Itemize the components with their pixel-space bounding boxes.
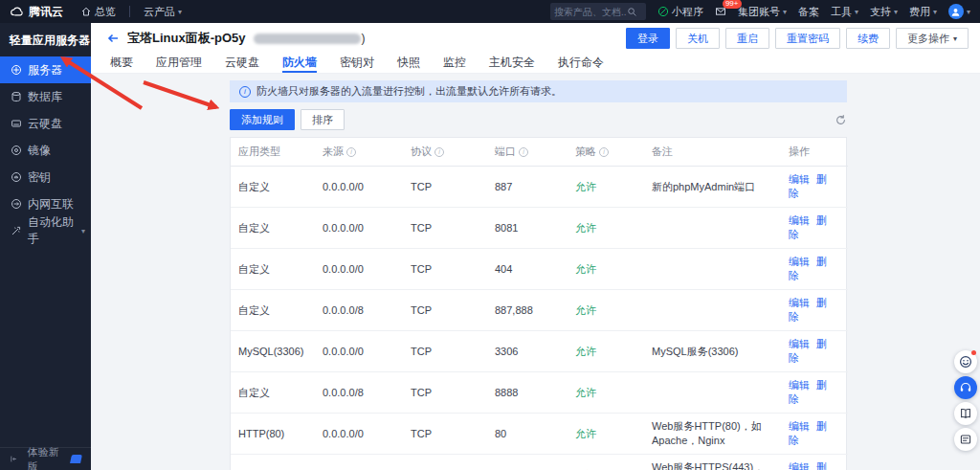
search-input[interactable]: [554, 7, 627, 17]
edit-link[interactable]: 编辑: [789, 214, 810, 226]
cell-protocol: TCP: [403, 455, 487, 470]
cell-policy: 允许: [568, 331, 644, 372]
headset-icon: [959, 381, 972, 394]
action-button-2[interactable]: 重启: [725, 28, 769, 49]
edit-link[interactable]: 编辑: [789, 461, 810, 470]
title-suffix: ): [362, 32, 366, 45]
sidebar-item-vpc-peering[interactable]: 内网互联: [0, 190, 91, 217]
survey-button[interactable]: [954, 428, 977, 451]
documentation-button[interactable]: [954, 402, 977, 425]
action-button-4[interactable]: 续费: [846, 28, 890, 49]
account-avatar[interactable]: ▾: [948, 4, 970, 19]
tencent-cloud-logo[interactable]: 腾讯云: [10, 4, 63, 20]
edit-link[interactable]: 编辑: [789, 256, 810, 267]
sidebar-item-cloud-disk[interactable]: 云硬盘: [0, 110, 91, 137]
chevron-down-icon: ▾: [933, 8, 937, 16]
cell-app-type: HTTPS(443): [231, 455, 315, 470]
tab-5[interactable]: 快照: [397, 54, 420, 73]
cell-policy: 允许: [568, 290, 644, 331]
cell-source: 0.0.0.0/0: [315, 208, 403, 249]
add-rule-button[interactable]: 添加规则: [230, 109, 295, 130]
collapse-icon[interactable]: [10, 454, 18, 464]
nav-cloud-products[interactable]: 云产品 ▾: [144, 5, 182, 19]
sidebar-item-automation-assistant[interactable]: 自动化助手▾: [0, 217, 91, 244]
billing-menu[interactable]: 费用▾: [909, 5, 937, 19]
cell-app-type: 自定义: [231, 290, 315, 331]
search-box[interactable]: [550, 3, 646, 20]
table-row: 自定义0.0.0.0/0TCP404允许编辑删除: [231, 249, 848, 290]
column-header-6: 操作: [781, 138, 848, 167]
cell-actions: 编辑删除: [781, 167, 848, 208]
sidebar-item-image[interactable]: 镜像: [0, 137, 91, 164]
page-title: 宝塔Linux面板-pO5y: [127, 30, 246, 47]
mini-program[interactable]: 小程序: [657, 5, 703, 19]
new-version-badge-icon: [70, 455, 82, 463]
chevron-down-icon: ▾: [783, 8, 787, 16]
beian-link[interactable]: 备案: [798, 5, 819, 19]
action-button-5[interactable]: 更多操作▾: [896, 28, 969, 49]
edit-link[interactable]: 编辑: [789, 379, 810, 391]
info-icon[interactable]: i: [519, 147, 528, 157]
sidebar-footer-label[interactable]: 体验新版: [28, 445, 61, 470]
table-header-row: 应用类型来源i协议i端口i策略i备注操作: [231, 138, 848, 167]
redacted-instance-id: [254, 34, 361, 44]
cell-actions: 编辑删除: [781, 208, 848, 249]
sidebar-item-server[interactable]: 服务器: [0, 56, 91, 83]
cell-app-type: 自定义: [231, 208, 315, 249]
smiley-icon: [959, 355, 972, 369]
sidebar-title: 轻量应用服务器: [0, 23, 91, 56]
customer-service-button[interactable]: [954, 376, 977, 399]
sidebar-item-ssh-key[interactable]: 密钥: [0, 164, 91, 190]
info-icon[interactable]: i: [599, 147, 609, 157]
action-button-3[interactable]: 重置密码: [775, 28, 840, 49]
group-account-menu[interactable]: 集团账号▾: [738, 5, 787, 19]
survey-icon: [959, 433, 972, 446]
tools-menu[interactable]: 工具▾: [831, 5, 858, 19]
home-icon: [80, 6, 92, 17]
support-menu[interactable]: 支持▾: [870, 5, 898, 19]
back-button[interactable]: [106, 32, 120, 45]
sidebar-item-label: 云硬盘: [28, 116, 62, 132]
cell-policy: 允许: [568, 208, 644, 249]
action-button-0[interactable]: 登录: [626, 28, 670, 49]
cell-port: 887: [487, 167, 568, 208]
sidebar-footer[interactable]: 体验新版: [0, 447, 91, 470]
edit-link[interactable]: 编辑: [789, 173, 810, 185]
tab-4[interactable]: 密钥对: [340, 54, 374, 73]
nav-overview[interactable]: 总览: [80, 5, 116, 19]
policy-badge: 允许: [575, 387, 596, 398]
feedback-button[interactable]: [954, 350, 977, 373]
header-actions: 登录关机重启重置密码续费更多操作▾: [626, 28, 969, 49]
edit-link[interactable]: 编辑: [789, 297, 810, 308]
tab-0[interactable]: 概要: [110, 54, 133, 73]
tab-2[interactable]: 云硬盘: [225, 54, 259, 73]
messages[interactable]: 99+: [715, 6, 726, 17]
column-header-1: 来源i: [315, 138, 403, 167]
tab-8[interactable]: 执行命令: [558, 54, 604, 73]
edit-link[interactable]: 编辑: [789, 420, 810, 432]
sort-button[interactable]: 排序: [301, 109, 345, 130]
sidebar-item-label: 密钥: [28, 169, 51, 186]
search-icon[interactable]: [627, 7, 637, 17]
user-icon: [950, 7, 961, 17]
info-icon: i: [239, 86, 251, 98]
firewall-notice-banner: i 防火墙只对服务器的入流量进行控制，出流量默认允许所有请求。: [230, 80, 847, 102]
tab-7[interactable]: 主机安全: [489, 54, 535, 73]
edit-link[interactable]: 编辑: [789, 338, 810, 349]
info-icon[interactable]: i: [346, 147, 356, 157]
cell-app-type: 自定义: [231, 372, 315, 414]
cell-source: 0.0.0.0/0: [315, 455, 403, 470]
cell-port: 8081: [487, 208, 568, 249]
info-icon[interactable]: i: [434, 147, 444, 157]
action-button-1[interactable]: 关机: [676, 28, 720, 49]
sidebar-item-label: 镜像: [28, 143, 51, 159]
cell-note: [644, 372, 781, 414]
tab-6[interactable]: 监控: [443, 54, 466, 73]
sidebar-item-database[interactable]: 数据库: [0, 83, 91, 110]
refresh-button[interactable]: [835, 114, 847, 126]
table-row: 自定义0.0.0.0/8TCP887,888允许编辑删除: [231, 290, 848, 331]
tab-3[interactable]: 防火墙: [282, 54, 317, 73]
cloud-disk-icon: [11, 118, 22, 129]
cell-actions: 编辑删除: [781, 414, 848, 455]
tab-1[interactable]: 应用管理: [156, 54, 202, 73]
